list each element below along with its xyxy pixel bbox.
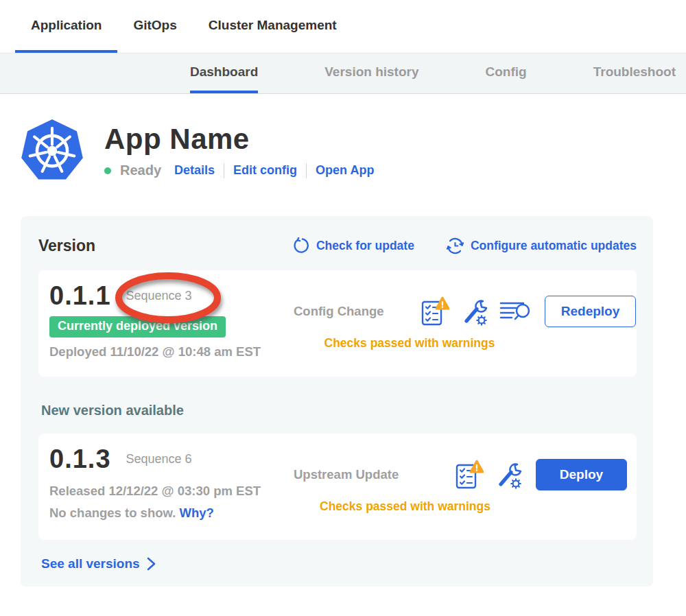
app-sub-nav: Dashboard Version history Config Trouble… [0,53,686,94]
check-for-update-label: Check for update [316,239,414,253]
tab-dashboard[interactable]: Dashboard [190,54,258,93]
clock-refresh-icon [446,237,464,255]
view-diff-icon[interactable] [499,299,531,324]
sequence-3-label: Sequence 3 [126,289,192,303]
available-version-card: 0.1.3 Sequence 6 Released 12/12/22 @ 03:… [38,434,637,540]
divider [306,163,307,178]
currently-deployed-badge: Currently deployed version [49,316,226,337]
page-title: App Name [104,123,374,156]
version-section-title: Version [38,237,95,255]
see-all-versions-link[interactable]: See all versions [41,556,637,571]
open-app-link[interactable]: Open App [316,163,374,178]
tab-version-history[interactable]: Version history [324,54,418,93]
edit-config-icon[interactable] [460,297,488,326]
status-badge: Ready [120,163,161,178]
released-timestamp: Released 12/12/22 @ 03:30 pm EST [49,484,276,499]
configure-automatic-updates-button[interactable]: Configure automatic updates [446,237,637,255]
tab-gitops[interactable]: GitOps [117,0,192,53]
preflight-checks-icon[interactable] [455,459,484,490]
status-dot-icon [104,167,111,174]
version-panel: Version Check for update Configure autom… [21,216,653,587]
new-version-heading: New version available [41,403,637,418]
edit-config-icon[interactable] [495,460,522,489]
edit-config-link[interactable]: Edit config [233,163,297,178]
redeploy-button[interactable]: Redeploy [545,296,636,327]
refresh-icon [293,237,310,254]
see-all-versions-label: See all versions [41,556,140,571]
divider [224,163,224,178]
configure-automatic-updates-label: Configure automatic updates [471,239,637,253]
sequence-6-label: Sequence 6 [126,452,192,466]
version-source-label: Upstream Update [294,467,421,482]
tab-application[interactable]: Application [15,0,117,53]
current-version-number: 0.1.1 [49,281,111,311]
why-link[interactable]: Why? [179,506,213,520]
tab-troubleshoot[interactable]: Troubleshoot [593,54,676,93]
primary-nav: Application GitOps Cluster Management [0,0,686,53]
checks-warning-text: Checks passed with warnings [276,336,636,351]
check-for-update-button[interactable]: Check for update [293,237,414,254]
tab-config[interactable]: Config [486,54,527,93]
checks-warning-text: Checks passed with warnings [276,499,627,514]
tab-cluster-management[interactable]: Cluster Management [193,0,353,53]
deploy-button[interactable]: Deploy [536,459,627,490]
available-version-number: 0.1.3 [49,445,111,474]
app-header: App Name Ready Details Edit config Open … [21,117,686,185]
details-link[interactable]: Details [174,163,215,178]
kubernetes-logo-icon [21,117,84,185]
chevron-right-icon [147,557,156,571]
version-source-label: Config Change [294,304,421,319]
deployed-timestamp: Deployed 11/10/22 @ 10:48 am EST [49,344,276,359]
current-version-card: 0.1.1 Sequence 3 Currently deployed vers… [38,270,637,377]
no-changes-text: No changes to show. [49,506,176,520]
preflight-checks-icon[interactable] [421,296,449,327]
